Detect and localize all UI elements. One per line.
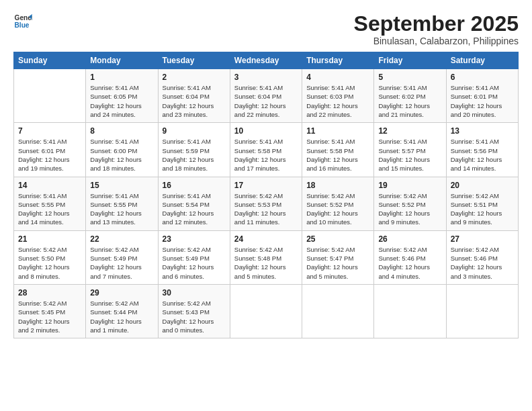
day-cell [374, 284, 446, 338]
day-info: Sunrise: 5:42 AM Sunset: 5:52 PM Dayligh… [378, 191, 441, 227]
col-monday: Monday [86, 52, 158, 69]
day-info: Sunrise: 5:41 AM Sunset: 5:54 PM Dayligh… [163, 191, 226, 227]
day-cell: 28Sunrise: 5:42 AM Sunset: 5:45 PM Dayli… [14, 284, 86, 338]
day-number: 26 [378, 234, 441, 244]
col-tuesday: Tuesday [158, 52, 230, 69]
day-cell: 10Sunrise: 5:41 AM Sunset: 5:58 PM Dayli… [230, 123, 302, 177]
day-info: Sunrise: 5:41 AM Sunset: 5:58 PM Dayligh… [234, 137, 298, 173]
day-number: 14 [18, 181, 81, 190]
day-cell: 15Sunrise: 5:41 AM Sunset: 5:55 PM Dayli… [86, 177, 158, 230]
day-info: Sunrise: 5:41 AM Sunset: 6:00 PM Dayligh… [90, 137, 153, 173]
header: General Blue September 2025 Binulasan, C… [13, 12, 519, 46]
day-number: 22 [90, 234, 153, 244]
day-number: 9 [163, 126, 226, 136]
day-number: 8 [90, 126, 153, 136]
day-info: Sunrise: 5:42 AM Sunset: 5:46 PM Dayligh… [378, 245, 441, 281]
day-number: 4 [306, 73, 369, 82]
day-info: Sunrise: 5:41 AM Sunset: 6:05 PM Dayligh… [90, 83, 153, 119]
day-cell: 16Sunrise: 5:41 AM Sunset: 5:54 PM Dayli… [158, 177, 230, 230]
calendar-table: Sunday Monday Tuesday Wednesday Thursday… [13, 52, 519, 338]
day-cell: 30Sunrise: 5:42 AM Sunset: 5:43 PM Dayli… [158, 284, 230, 338]
day-info: Sunrise: 5:42 AM Sunset: 5:46 PM Dayligh… [451, 245, 514, 281]
day-number: 16 [163, 181, 226, 190]
day-cell: 6Sunrise: 5:41 AM Sunset: 6:01 PM Daylig… [446, 69, 518, 123]
col-thursday: Thursday [302, 52, 374, 69]
day-cell: 22Sunrise: 5:42 AM Sunset: 5:49 PM Dayli… [86, 230, 158, 284]
day-number: 28 [18, 288, 81, 298]
day-number: 2 [163, 73, 226, 82]
day-info: Sunrise: 5:41 AM Sunset: 5:55 PM Dayligh… [90, 191, 153, 227]
col-sunday: Sunday [14, 52, 86, 69]
svg-text:Blue: Blue [15, 21, 30, 29]
day-info: Sunrise: 5:41 AM Sunset: 6:02 PM Dayligh… [378, 83, 441, 119]
day-number: 30 [163, 288, 226, 298]
day-cell: 2Sunrise: 5:41 AM Sunset: 6:04 PM Daylig… [158, 69, 230, 123]
day-info: Sunrise: 5:42 AM Sunset: 5:51 PM Dayligh… [451, 191, 514, 227]
day-info: Sunrise: 5:41 AM Sunset: 6:04 PM Dayligh… [163, 83, 226, 119]
day-info: Sunrise: 5:42 AM Sunset: 5:47 PM Dayligh… [306, 245, 369, 281]
day-cell: 11Sunrise: 5:41 AM Sunset: 5:58 PM Dayli… [302, 123, 374, 177]
day-number: 3 [234, 73, 298, 82]
day-cell: 25Sunrise: 5:42 AM Sunset: 5:47 PM Dayli… [302, 230, 374, 284]
day-number: 20 [451, 181, 514, 190]
day-number: 24 [234, 234, 298, 244]
page: General Blue September 2025 Binulasan, C… [0, 0, 532, 411]
logo-icon: General Blue [13, 12, 32, 31]
day-cell: 3Sunrise: 5:41 AM Sunset: 6:04 PM Daylig… [230, 69, 302, 123]
week-row-5: 28Sunrise: 5:42 AM Sunset: 5:45 PM Dayli… [14, 284, 519, 338]
col-saturday: Saturday [446, 52, 518, 69]
day-info: Sunrise: 5:41 AM Sunset: 6:01 PM Dayligh… [451, 83, 514, 119]
day-number: 21 [18, 234, 81, 244]
day-info: Sunrise: 5:42 AM Sunset: 5:49 PM Dayligh… [90, 245, 153, 281]
day-number: 13 [451, 126, 514, 136]
day-info: Sunrise: 5:42 AM Sunset: 5:45 PM Dayligh… [18, 299, 81, 334]
day-cell: 12Sunrise: 5:41 AM Sunset: 5:57 PM Dayli… [374, 123, 446, 177]
day-cell [14, 69, 86, 123]
header-row: Sunday Monday Tuesday Wednesday Thursday… [14, 52, 519, 69]
day-cell [230, 284, 302, 338]
day-info: Sunrise: 5:42 AM Sunset: 5:44 PM Dayligh… [90, 299, 153, 334]
day-cell: 26Sunrise: 5:42 AM Sunset: 5:46 PM Dayli… [374, 230, 446, 284]
day-cell: 9Sunrise: 5:41 AM Sunset: 5:59 PM Daylig… [158, 123, 230, 177]
day-cell: 18Sunrise: 5:42 AM Sunset: 5:52 PM Dayli… [302, 177, 374, 230]
day-info: Sunrise: 5:41 AM Sunset: 5:55 PM Dayligh… [18, 191, 81, 227]
day-cell: 19Sunrise: 5:42 AM Sunset: 5:52 PM Dayli… [374, 177, 446, 230]
day-number: 15 [90, 181, 153, 190]
day-cell [446, 284, 518, 338]
day-cell: 17Sunrise: 5:42 AM Sunset: 5:53 PM Dayli… [230, 177, 302, 230]
day-cell: 29Sunrise: 5:42 AM Sunset: 5:44 PM Dayli… [86, 284, 158, 338]
day-cell: 21Sunrise: 5:42 AM Sunset: 5:50 PM Dayli… [14, 230, 86, 284]
day-info: Sunrise: 5:42 AM Sunset: 5:50 PM Dayligh… [18, 245, 81, 281]
day-info: Sunrise: 5:41 AM Sunset: 5:59 PM Dayligh… [163, 137, 226, 173]
day-number: 12 [378, 126, 441, 136]
title-area: September 2025 Binulasan, Calabarzon, Ph… [354, 12, 519, 46]
day-info: Sunrise: 5:41 AM Sunset: 6:03 PM Dayligh… [306, 83, 369, 119]
day-info: Sunrise: 5:41 AM Sunset: 5:58 PM Dayligh… [306, 137, 369, 173]
day-cell: 14Sunrise: 5:41 AM Sunset: 5:55 PM Dayli… [14, 177, 86, 230]
week-row-1: 1Sunrise: 5:41 AM Sunset: 6:05 PM Daylig… [14, 69, 519, 123]
day-cell: 24Sunrise: 5:42 AM Sunset: 5:48 PM Dayli… [230, 230, 302, 284]
week-row-4: 21Sunrise: 5:42 AM Sunset: 5:50 PM Dayli… [14, 230, 519, 284]
day-number: 6 [451, 73, 514, 82]
day-info: Sunrise: 5:42 AM Sunset: 5:43 PM Dayligh… [163, 299, 226, 334]
day-info: Sunrise: 5:41 AM Sunset: 6:04 PM Dayligh… [234, 83, 298, 119]
logo: General Blue [13, 12, 34, 31]
day-number: 5 [378, 73, 441, 82]
day-number: 1 [90, 73, 153, 82]
day-info: Sunrise: 5:42 AM Sunset: 5:53 PM Dayligh… [234, 191, 298, 227]
day-cell: 1Sunrise: 5:41 AM Sunset: 6:05 PM Daylig… [86, 69, 158, 123]
day-cell: 4Sunrise: 5:41 AM Sunset: 6:03 PM Daylig… [302, 69, 374, 123]
day-number: 7 [18, 126, 81, 136]
day-cell: 7Sunrise: 5:41 AM Sunset: 6:01 PM Daylig… [14, 123, 86, 177]
day-number: 11 [306, 126, 369, 136]
day-cell: 5Sunrise: 5:41 AM Sunset: 6:02 PM Daylig… [374, 69, 446, 123]
day-info: Sunrise: 5:42 AM Sunset: 5:48 PM Dayligh… [234, 245, 298, 281]
day-number: 17 [234, 181, 298, 190]
day-number: 25 [306, 234, 369, 244]
col-wednesday: Wednesday [230, 52, 302, 69]
day-number: 23 [163, 234, 226, 244]
month-title: September 2025 [354, 12, 519, 36]
day-cell: 27Sunrise: 5:42 AM Sunset: 5:46 PM Dayli… [446, 230, 518, 284]
day-cell [302, 284, 374, 338]
week-row-2: 7Sunrise: 5:41 AM Sunset: 6:01 PM Daylig… [14, 123, 519, 177]
